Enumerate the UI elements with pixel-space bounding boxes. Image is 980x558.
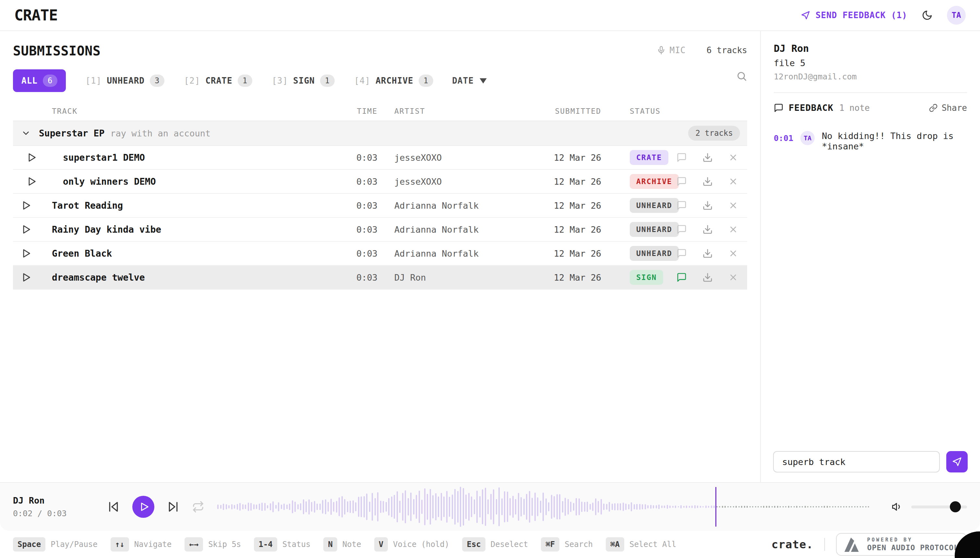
filter-archive[interactable]: [4]ARCHIVE1 — [354, 74, 433, 87]
row-download-button[interactable] — [702, 248, 714, 259]
track-rows: superstar1 DEMO0:03jesseXOXO12 Mar 26CRA… — [13, 146, 747, 290]
audio-player: DJ Ron 0:02 / 0:03 — [0, 482, 980, 531]
row-download-button[interactable] — [702, 152, 714, 163]
filter-all[interactable]: ALL6 — [13, 69, 66, 92]
row-remove-button[interactable] — [728, 200, 739, 211]
user-avatar[interactable]: TA — [947, 6, 966, 25]
keyboard-shortcuts: SpacePlay/Pause↑↓Navigate←→Skip 5s1-4Sta… — [13, 537, 676, 551]
row-remove-button[interactable] — [728, 248, 739, 259]
repeat-button[interactable] — [192, 501, 204, 513]
volume-slider[interactable] — [911, 505, 967, 509]
app-header: CRATE SEND FEEDBACK (1) TA — [0, 0, 980, 31]
chevron-down-icon[interactable] — [13, 128, 39, 138]
row-note-button[interactable] — [676, 176, 687, 187]
play-pause-button[interactable] — [132, 496, 155, 518]
skip-forward-button[interactable] — [167, 500, 180, 513]
status-filters: ALL6[1]UNHEARD3[2]CRATE1[3]SIGN1[4]ARCHI… — [13, 69, 433, 92]
filter-sign[interactable]: [3]SIGN1 — [272, 74, 335, 87]
skip-back-icon — [107, 500, 120, 513]
row-remove-button[interactable] — [728, 272, 739, 283]
table-header-row: TRACK TIME ARTIST SUBMITTED STATUS — [13, 102, 747, 121]
row-play-button[interactable] — [25, 175, 38, 188]
track-row[interactable]: superstar1 DEMO0:03jesseXOXO12 Mar 26CRA… — [13, 146, 747, 170]
row-note-button[interactable] — [676, 200, 687, 211]
play-icon — [20, 200, 31, 211]
shortcut-label: Deselect — [491, 540, 528, 549]
row-download-button[interactable] — [702, 200, 714, 211]
row-remove-button[interactable] — [728, 152, 739, 163]
shortcut-voice-hold-: VVoice (hold) — [374, 537, 449, 551]
row-note-button[interactable] — [676, 248, 687, 259]
mic-toggle[interactable]: MIC — [657, 45, 686, 55]
track-row[interactable]: dreamscape twelve0:03DJ Ron12 Mar 26SIGN — [13, 266, 747, 290]
volume-mute-button[interactable] — [891, 501, 903, 513]
shortcut-key: ⌘A — [606, 537, 624, 551]
waveform-bars — [217, 486, 871, 528]
link-icon — [929, 103, 938, 112]
track-submitted-date: 12 Mar 26 — [546, 153, 601, 162]
filter-count: 1 — [238, 74, 252, 87]
track-row[interactable]: Green Black0:03Adrianna Norfalk12 Mar 26… — [13, 242, 747, 266]
row-download-button[interactable] — [702, 272, 714, 283]
shortcut-label: Skip 5s — [208, 540, 241, 549]
send-feedback-button[interactable]: SEND FEEDBACK (1) — [801, 10, 908, 20]
close-icon — [728, 225, 738, 234]
play-icon — [20, 272, 31, 283]
row-play-button[interactable] — [19, 199, 33, 212]
row-note-button[interactable] — [676, 272, 687, 283]
search-icon — [736, 71, 747, 82]
close-icon — [728, 272, 738, 282]
row-play-button[interactable] — [19, 246, 33, 260]
row-play-button[interactable] — [19, 223, 33, 236]
track-row[interactable]: only winners DEMO0:03jesseXOXO12 Mar 26A… — [13, 170, 747, 194]
filter-label: SIGN — [293, 76, 315, 85]
waveform-seekbar[interactable] — [217, 486, 871, 528]
note-author-avatar: TA — [800, 131, 815, 145]
download-icon — [702, 152, 713, 162]
filter-unheard[interactable]: [1]UNHEARD3 — [85, 74, 164, 87]
shortcut-key: Space — [13, 537, 45, 551]
row-play-button[interactable] — [25, 151, 38, 164]
track-row[interactable]: Rainy Day kinda vibe0:03Adrianna Norfalk… — [13, 218, 747, 242]
feedback-note[interactable]: 0:01 TA No kidding!! This drop is *insan… — [774, 131, 967, 152]
share-button[interactable]: Share — [929, 103, 967, 113]
detail-artist-name: DJ Ron — [774, 43, 967, 54]
row-note-button[interactable] — [676, 223, 687, 235]
shortcut-status: 1-4Status — [254, 537, 310, 551]
track-submitted-date: 12 Mar 26 — [546, 225, 601, 235]
shortcut-navigate: ↑↓Navigate — [110, 537, 172, 551]
shortcut-label: Play/Pause — [51, 540, 98, 549]
track-time: 0:03 — [342, 272, 378, 282]
row-remove-button[interactable] — [728, 176, 739, 187]
playhead-cursor[interactable] — [715, 487, 716, 527]
filter-crate[interactable]: [2]CRATE1 — [184, 74, 252, 87]
track-row[interactable]: Tarot Reading0:03Adrianna Norfalk12 Mar … — [13, 194, 747, 218]
row-download-button[interactable] — [702, 223, 714, 235]
track-time: 0:03 — [342, 153, 378, 162]
shortcut-label: Search — [565, 540, 593, 549]
note-input[interactable] — [773, 451, 940, 473]
row-play-button[interactable] — [19, 271, 33, 284]
track-name: dreamscape twelve — [39, 272, 342, 283]
footer-brand: crate. — [771, 538, 813, 551]
group-row[interactable]: Superstar EP ray with an account 2 track… — [13, 121, 747, 146]
row-download-button[interactable] — [702, 176, 714, 187]
filter-count: 1 — [419, 74, 433, 87]
volume-knob[interactable] — [950, 501, 961, 512]
sort-by-date-button[interactable]: DATE — [452, 76, 487, 85]
dark-mode-toggle[interactable] — [922, 10, 933, 21]
note-timestamp[interactable]: 0:01 — [774, 131, 793, 143]
shortcut-label: Select All — [630, 540, 676, 549]
filter-label: CRATE — [205, 76, 232, 85]
search-button[interactable] — [736, 71, 747, 82]
row-note-button[interactable] — [676, 152, 687, 163]
skip-forward-icon — [167, 500, 180, 513]
skip-back-button[interactable] — [107, 500, 120, 513]
send-note-button[interactable] — [946, 451, 968, 473]
track-name: Green Black — [39, 248, 342, 259]
row-remove-button[interactable] — [728, 224, 739, 235]
track-artist: Adrianna Norfalk — [378, 249, 546, 259]
comment-icon — [676, 152, 687, 162]
group-track-count: 2 tracks — [688, 126, 740, 141]
close-icon — [728, 200, 738, 210]
